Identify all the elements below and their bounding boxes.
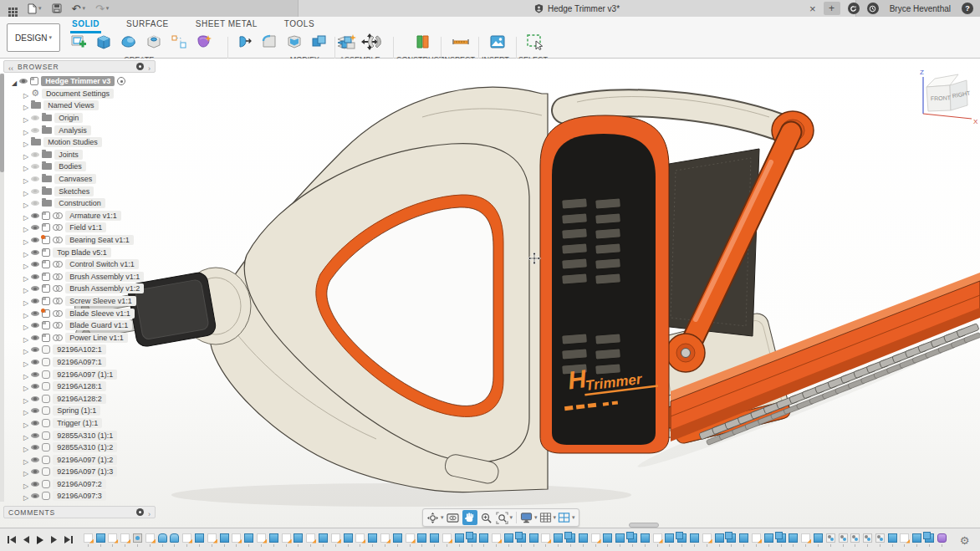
play-button[interactable] <box>36 535 44 545</box>
timeline-feature-extrude[interactable] <box>242 531 255 547</box>
browser-item[interactable]: Power Line v1:1 <box>7 331 156 344</box>
fit-tool[interactable] <box>496 510 513 525</box>
timeline-feature-combine[interactable] <box>775 531 788 547</box>
timeline-feature-combine[interactable] <box>466 531 478 547</box>
create-sketch-icon[interactable] <box>69 32 89 52</box>
browser-root-item[interactable]: Hedge Trimmer v3 <box>7 75 156 88</box>
visibility-eye-icon[interactable] <box>31 128 39 133</box>
visibility-eye-icon[interactable] <box>31 115 39 120</box>
timeline-feature-joint[interactable] <box>849 531 861 547</box>
timeline-feature-sketch[interactable] <box>651 531 664 547</box>
viewcube[interactable]: Z X FRONT RIGHT <box>915 67 980 127</box>
visibility-eye-icon[interactable] <box>31 176 39 181</box>
visibility-eye-icon[interactable] <box>31 274 39 279</box>
construct-plane-icon[interactable] <box>412 32 432 52</box>
timeline-feature-extrude[interactable] <box>428 531 441 547</box>
browser-item[interactable]: Armature v1:1 <box>7 210 156 222</box>
timeline-feature-extrude[interactable] <box>218 531 231 547</box>
timeline-feature-extrude[interactable] <box>577 531 590 547</box>
hole-icon[interactable] <box>144 32 164 52</box>
timeline-feature-sketch[interactable] <box>701 531 713 547</box>
browser-item[interactable]: 92196A097:1 <box>7 356 156 369</box>
visibility-eye-icon[interactable] <box>31 250 39 255</box>
timeline-feature-sketch[interactable] <box>490 531 503 547</box>
visibility-eye-icon[interactable] <box>31 482 39 487</box>
joint-icon[interactable] <box>365 32 385 52</box>
go-to-start-button[interactable] <box>7 535 17 544</box>
browser-item[interactable]: Trigger (1):1 <box>7 417 156 430</box>
browser-item[interactable]: 92196A097 (1):2 <box>7 453 156 466</box>
timeline-feature-sketch[interactable] <box>379 531 391 547</box>
timeline-feature-extrude[interactable] <box>688 531 701 547</box>
visibility-eye-icon[interactable] <box>31 298 39 304</box>
timeline-feature-combine[interactable] <box>564 531 577 547</box>
timeline-feature-extrude[interactable] <box>293 531 305 547</box>
browser-item[interactable]: Bearing Seat v1:1 <box>7 234 156 247</box>
step-forward-button[interactable] <box>50 535 58 544</box>
visibility-eye-icon[interactable] <box>31 396 39 401</box>
browser-item[interactable]: Field v1:1 <box>7 222 156 234</box>
browser-item[interactable]: Motion Studies <box>7 136 156 149</box>
browser-item[interactable]: Blade Guard v1:1 <box>7 319 156 332</box>
go-to-end-button[interactable] <box>64 535 74 544</box>
browser-item[interactable]: Document Settings <box>7 88 156 100</box>
timeline-feature-extrude[interactable] <box>268 531 280 547</box>
browser-expand-icon[interactable] <box>148 59 151 74</box>
timeline-feature-sketch[interactable] <box>404 531 416 547</box>
visibility-eye-icon[interactable] <box>31 347 39 352</box>
browser-item[interactable]: 92196A097 (1):3 <box>7 466 156 478</box>
visibility-eye-icon[interactable] <box>31 469 39 474</box>
viewports-tool[interactable] <box>558 510 575 525</box>
browser-item[interactable]: 92855A310 (1):1 <box>7 429 156 441</box>
timeline-feature-extrude[interactable] <box>317 531 329 547</box>
visibility-eye-icon[interactable] <box>31 323 39 328</box>
measure-icon[interactable] <box>451 32 471 52</box>
create-form-icon[interactable] <box>194 32 214 52</box>
timeline-feature-extrude[interactable] <box>193 531 206 547</box>
visibility-eye-icon[interactable] <box>31 164 39 169</box>
timeline-feature-extrude[interactable] <box>601 531 614 547</box>
fillet-icon[interactable] <box>259 32 279 52</box>
visibility-eye-icon[interactable] <box>31 201 39 206</box>
timeline-feature-sketch[interactable] <box>750 531 763 547</box>
browser-item[interactable]: Construction <box>7 197 156 210</box>
timeline-feature-combine[interactable] <box>725 531 738 547</box>
browser-item[interactable]: 92196A097 (1):1 <box>7 368 156 380</box>
visibility-eye-icon[interactable] <box>31 213 39 218</box>
timeline-feature-fillet[interactable] <box>169 531 181 547</box>
visibility-eye-icon[interactable] <box>31 433 39 438</box>
derive-icon[interactable] <box>169 32 189 52</box>
timeline-feature-fillet[interactable] <box>156 531 169 547</box>
browser-item[interactable]: Top Blade v5:1 <box>7 246 156 258</box>
visibility-eye-icon[interactable] <box>31 445 39 450</box>
design-dropdown[interactable]: DESIGN <box>7 23 60 52</box>
visibility-eye-icon[interactable] <box>31 225 39 230</box>
visibility-eye-icon[interactable] <box>31 335 39 340</box>
timeline-feature-sketch[interactable] <box>255 531 268 547</box>
timeline-feature-extrude[interactable] <box>763 531 775 547</box>
combine-icon[interactable] <box>309 32 329 52</box>
browser-item[interactable]: 92196A128:1 <box>7 380 156 393</box>
expand-triangle-icon[interactable] <box>12 74 17 89</box>
pan-tool[interactable] <box>462 510 477 525</box>
timeline-feature-sketch[interactable] <box>590 531 602 547</box>
visibility-eye-icon[interactable] <box>31 408 39 413</box>
visibility-eye-icon[interactable] <box>31 372 39 377</box>
browser-scrollbar-thumb[interactable] <box>0 74 4 172</box>
visibility-eye-icon[interactable] <box>31 421 39 426</box>
timeline-feature-sketch[interactable] <box>539 531 552 547</box>
display-settings-tool[interactable] <box>520 510 538 525</box>
browser-item[interactable]: 92196A097:3 <box>7 490 156 503</box>
timeline-feature-sketch[interactable] <box>206 531 218 547</box>
browser-item[interactable]: 92855A310 (1):2 <box>7 441 156 454</box>
visibility-eye-icon[interactable] <box>31 384 39 389</box>
save-icon[interactable] <box>52 3 62 13</box>
help-icon[interactable] <box>962 3 973 14</box>
browser-header[interactable]: BROWSER <box>3 60 156 73</box>
browser-item[interactable]: Analysis <box>7 124 156 136</box>
visibility-eye-icon[interactable] <box>31 457 39 462</box>
visibility-eye-icon[interactable] <box>31 189 39 194</box>
browser-item[interactable]: Blade Sleeve v1:1 <box>7 307 156 319</box>
timeline-feature-sketch[interactable] <box>329 531 342 547</box>
close-tab-icon[interactable] <box>809 3 816 15</box>
